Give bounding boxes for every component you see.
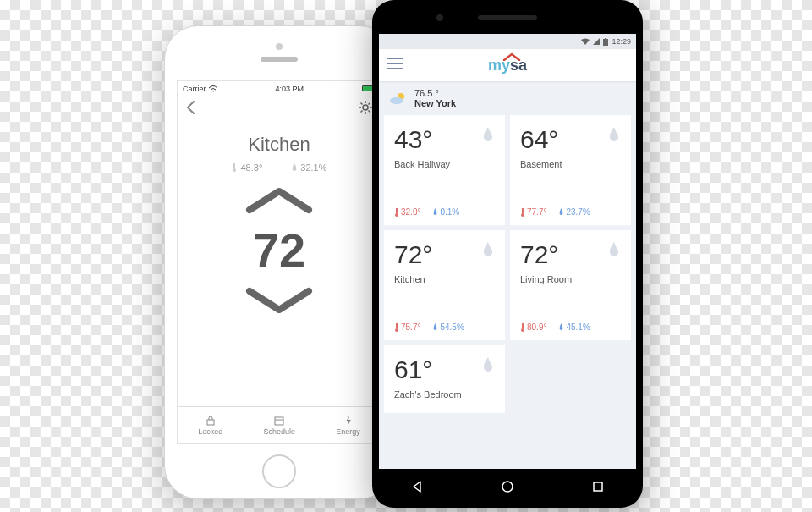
tab-schedule[interactable]: Schedule: [263, 416, 295, 436]
android-home-icon[interactable]: [501, 480, 514, 493]
svg-rect-14: [603, 39, 608, 46]
droplet-icon: [291, 163, 298, 172]
setpoint: 61°: [394, 355, 495, 384]
svg-point-28: [521, 328, 524, 332]
android-topbar: [377, 5, 638, 34]
iphone-speaker: [261, 57, 298, 62]
svg-point-29: [502, 482, 513, 492]
iphone-screen: Carrier 4:03 PM Kitchen 48.3° 32.1%: [177, 80, 381, 444]
temp-down-button[interactable]: [241, 286, 317, 317]
svg-rect-23: [522, 208, 524, 213]
tab-schedule-label: Schedule: [263, 427, 295, 436]
humidity-reading: 32.1%: [291, 162, 326, 173]
room-humidity: 54.5%: [432, 322, 464, 332]
room-humidity: 45.1%: [558, 322, 590, 332]
tab-locked[interactable]: Locked: [198, 416, 222, 436]
room-name: Zach's Bedroom: [394, 389, 495, 399]
logo-roof-icon: [502, 52, 521, 61]
bolt-icon: [343, 416, 354, 426]
svg-point-24: [521, 213, 524, 217]
android-speaker: [478, 15, 537, 20]
setpoint: 43°: [394, 125, 495, 154]
room-humidity: 23.7%: [558, 207, 590, 217]
droplet-icon: [432, 323, 438, 331]
svg-rect-25: [396, 323, 398, 328]
back-icon[interactable]: [186, 101, 196, 114]
outdoor-temp: 76.5 °: [414, 88, 456, 98]
ios-navbar: [178, 96, 381, 118]
thermometer-icon: [394, 208, 399, 217]
tab-energy[interactable]: Energy: [336, 416, 360, 436]
room-name: Basement: [520, 159, 621, 169]
svg-rect-30: [594, 482, 602, 491]
android-recent-icon[interactable]: [591, 480, 605, 493]
svg-rect-21: [396, 208, 398, 213]
menu-button[interactable]: [387, 58, 403, 69]
rooms-grid: 43° Back Hallway 32.0° 0.1% 64° Basement…: [379, 115, 636, 469]
setpoint: 72°: [520, 240, 621, 269]
room-temp: 80.9°: [520, 322, 546, 332]
flame-icon: [481, 357, 495, 372]
thermometer-icon: [520, 208, 525, 217]
room-temp: 32.0°: [394, 207, 420, 217]
droplet-icon: [558, 208, 564, 216]
room-card-kitchen[interactable]: 72° Kitchen 75.7° 54.5%: [384, 230, 505, 340]
ios-statusbar: Carrier 4:03 PM: [178, 81, 381, 96]
flame-icon: [481, 242, 495, 257]
android-camera-dot: [436, 14, 443, 21]
weather-icon: [389, 91, 408, 105]
thermometer-icon: [231, 163, 238, 172]
wifi-icon: [581, 38, 590, 45]
gear-icon[interactable]: [359, 101, 372, 114]
flame-icon: [607, 242, 621, 257]
svg-rect-15: [605, 38, 606, 39]
room-stats: 48.3° 32.1%: [231, 162, 326, 173]
clock-label: 4:03 PM: [275, 85, 304, 93]
setpoint: 72°: [394, 240, 495, 269]
tab-energy-label: Energy: [336, 427, 360, 436]
svg-rect-27: [522, 323, 524, 328]
svg-line-5: [361, 102, 363, 104]
temp-reading: 48.3°: [231, 162, 262, 173]
setpoint: 64°: [520, 125, 621, 154]
android-screen: 12:29 mysa 76.5 ° New York: [379, 34, 636, 469]
thermometer-icon: [520, 323, 525, 332]
svg-rect-12: [275, 417, 283, 425]
svg-point-20: [390, 97, 403, 104]
android-statusbar: 12:29: [379, 34, 636, 49]
humidity-reading-value: 32.1%: [300, 162, 326, 173]
setpoint-display: 72: [253, 227, 305, 274]
tab-locked-label: Locked: [198, 427, 222, 436]
battery-icon: [603, 38, 608, 46]
svg-line-7: [361, 110, 363, 112]
svg-line-8: [369, 102, 370, 104]
room-temp: 75.7°: [394, 322, 420, 332]
room-name: Living Room: [520, 274, 621, 284]
svg-line-6: [369, 110, 370, 112]
room-temp: 77.7°: [520, 207, 546, 217]
droplet-icon: [432, 208, 438, 216]
android-device-frame: 12:29 mysa 76.5 ° New York: [372, 0, 643, 508]
temp-up-button[interactable]: [241, 184, 317, 215]
svg-point-0: [363, 105, 368, 110]
room-title: Kitchen: [248, 134, 310, 156]
room-card-back-hallway[interactable]: 43° Back Hallway 32.0° 0.1%: [384, 115, 505, 225]
room-card-zachs-bedroom[interactable]: 61° Zach's Bedroom: [384, 345, 505, 413]
temp-reading-value: 48.3°: [240, 162, 262, 173]
room-card-basement[interactable]: 64° Basement 77.7° 23.7%: [510, 115, 631, 225]
mysa-logo: mysa: [488, 57, 527, 74]
svg-rect-11: [207, 420, 214, 425]
svg-rect-9: [233, 163, 235, 168]
flame-icon: [607, 127, 621, 142]
wifi-icon: [209, 85, 217, 92]
room-card-living-room[interactable]: 72° Living Room 80.9° 45.1%: [510, 230, 631, 340]
carrier-label: Carrier: [183, 85, 206, 93]
android-back-icon[interactable]: [410, 480, 424, 493]
room-name: Kitchen: [394, 274, 495, 284]
room-name: Back Hallway: [394, 159, 495, 169]
signal-icon: [593, 38, 600, 45]
iphone-home-button[interactable]: [262, 454, 296, 488]
droplet-icon: [558, 323, 564, 331]
android-nav-buttons: [372, 472, 643, 501]
thermometer-icon: [394, 323, 399, 332]
